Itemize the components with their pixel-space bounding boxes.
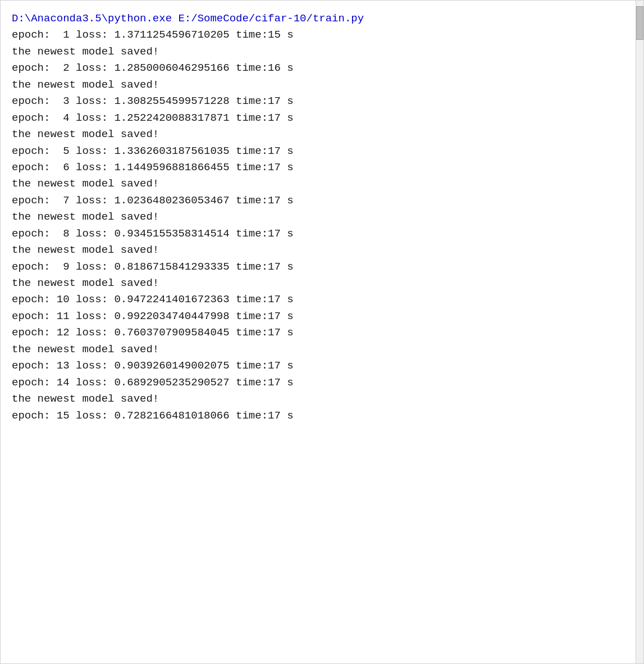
saved-line: the newest model saved! (12, 209, 624, 225)
command-line: D:\Anaconda3.5\python.exe E:/SomeCode/ci… (12, 11, 624, 27)
terminal-content: D:\Anaconda3.5\python.exe E:/SomeCode/ci… (1, 6, 643, 429)
epoch-line: epoch: 7 loss: 1.0236480236053467 time:1… (12, 193, 624, 209)
saved-line: the newest model saved! (12, 391, 624, 407)
epoch-line: epoch: 4 loss: 1.2522420088317871 time:1… (12, 110, 624, 126)
epoch-line: epoch: 8 loss: 0.9345155358314514 time:1… (12, 226, 624, 242)
epoch-line: epoch: 14 loss: 0.6892905235290527 time:… (12, 375, 624, 391)
epoch-line: epoch: 10 loss: 0.9472241401672363 time:… (12, 292, 624, 308)
terminal-window: D:\Anaconda3.5\python.exe E:/SomeCode/ci… (0, 0, 644, 664)
saved-line: the newest model saved! (12, 242, 624, 258)
epoch-line: epoch: 3 loss: 1.3082554599571228 time:1… (12, 93, 624, 110)
saved-line: the newest model saved! (12, 275, 624, 292)
epoch-line: epoch: 13 loss: 0.9039260149002075 time:… (12, 358, 624, 374)
scrollbar[interactable] (636, 1, 643, 663)
epoch-line: epoch: 5 loss: 1.3362603187561035 time:1… (12, 143, 624, 160)
epoch-line: epoch: 2 loss: 1.2850006046295166 time:1… (12, 60, 624, 76)
saved-line: the newest model saved! (12, 176, 624, 192)
epoch-line: epoch: 6 loss: 1.1449596881866455 time:1… (12, 160, 624, 176)
epoch-line: epoch: 11 loss: 0.9922034740447998 time:… (12, 308, 624, 325)
epoch-line: epoch: 12 loss: 0.7603707909584045 time:… (12, 325, 624, 341)
epoch-line: epoch: 9 loss: 0.8186715841293335 time:1… (12, 259, 624, 275)
saved-line: the newest model saved! (12, 44, 624, 60)
epoch-line: epoch: 15 loss: 0.7282166481018066 time:… (12, 408, 624, 424)
output-lines: epoch: 1 loss: 1.3711254596710205 time:1… (12, 27, 624, 424)
saved-line: the newest model saved! (12, 342, 624, 358)
saved-line: the newest model saved! (12, 77, 624, 93)
saved-line: the newest model saved! (12, 126, 624, 143)
epoch-line: epoch: 1 loss: 1.3711254596710205 time:1… (12, 27, 624, 43)
scrollbar-thumb[interactable] (636, 6, 643, 40)
